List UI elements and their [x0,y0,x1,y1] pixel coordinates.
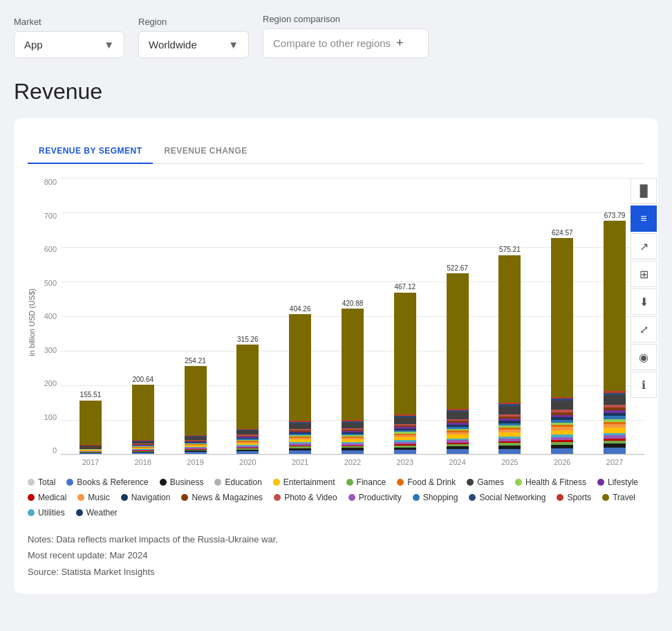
info-icon[interactable]: ℹ [631,372,657,398]
y-tick-200: 200 [44,379,57,387]
legend-dot [397,479,404,486]
bar-stack-2019[interactable] [185,366,207,454]
bar-stack-2024[interactable] [447,273,469,454]
legend-label: Music [88,493,109,502]
legend-item: Utilities [28,508,65,518]
legend-label: Education [225,477,261,487]
tab-revenue-change[interactable]: REVENUE CHANGE [153,139,258,164]
bar-stack-2018[interactable] [132,385,154,454]
bar-segment [551,401,573,410]
tab-bar: REVENUE BY SEGMENT REVENUE CHANGE [28,139,644,164]
legend-label: Health & Fitness [525,477,586,487]
legend-label: Lifestyle [608,477,638,487]
bar-segment [342,423,364,429]
legend-item: Social Networking [469,493,545,502]
y-tick-400: 400 [44,312,57,320]
bar-stack-2023[interactable] [394,292,416,454]
legend-dot [597,479,604,486]
bar-segment [289,450,311,454]
bar-chart-icon[interactable]: ▐▌ [631,178,657,204]
header: Market App ▼ Region Worldwide ▼ Region c… [14,14,658,58]
bar-segment [80,401,102,446]
bar-segment [551,238,573,397]
y-tick-100: 100 [44,413,57,421]
market-value: App [24,39,43,51]
legend-dot [515,479,522,486]
y-tick-500: 500 [44,279,57,287]
bar-stack-2017[interactable] [80,400,102,454]
bar-segment [185,452,207,454]
legend-label: Business [170,477,204,487]
bar-segment [289,423,311,429]
bar-segment [80,453,102,454]
region-field-group: Region Worldwide ▼ [138,17,249,58]
bar-total-2023: 467.12 [394,283,416,291]
legend-item: Food & Drink [397,477,456,487]
tab-revenue-by-segment[interactable]: REVENUE BY SEGMENT [28,139,153,164]
stacked-bar-icon[interactable]: ≡ [631,205,657,232]
legend-label: Medical [38,493,66,502]
legend-dot [28,509,35,516]
bar-group-2021: 404.26 [274,305,326,454]
bar-group-2026: 624.57 [536,229,588,454]
note-line2: Most recent update: Mar 2024 [28,547,644,563]
legend-item: Sports [557,493,591,502]
bar-segment [498,406,521,414]
bar-segment [604,221,626,391]
legend-item: Health & Fitness [515,477,586,487]
download-icon[interactable]: ⬇ [631,289,657,315]
bar-stack-2026[interactable] [551,238,573,454]
bar-total-2027: 673.79 [604,212,626,219]
bar-total-2019: 254.21 [185,357,206,365]
market-label: Market [14,17,124,27]
legend-item: Finance [346,477,386,487]
notes: Notes: Data reflects market impacts of t… [28,531,644,580]
legend-dot [66,479,73,486]
region-dropdown[interactable]: Worldwide ▼ [138,31,249,58]
x-label-2022: 2022 [326,455,379,466]
bar-stack-2025[interactable] [498,255,521,454]
legend-item: Lifestyle [597,477,638,487]
x-label-2024: 2024 [431,455,484,466]
x-label-2019: 2019 [169,455,222,466]
x-labels: 2017201820192020202120222023202420252026… [61,455,644,466]
region-dropdown-arrow: ▼ [228,39,239,51]
page-title: Revenue [14,79,658,104]
expand-icon[interactable]: ⤢ [631,316,657,342]
y-tick-800: 800 [44,178,57,186]
bar-segment [551,448,573,454]
bar-segment [132,385,154,440]
legend-label: Sports [567,493,591,502]
legend-label: Social Networking [479,493,545,502]
legend-dot [28,494,35,501]
x-label-2027: 2027 [588,455,641,466]
legend-dot [214,479,221,486]
line-chart-icon[interactable]: ↗ [631,233,657,259]
legend-item: Medical [28,493,66,502]
legend-item: Travel [602,493,635,502]
bar-total-2026: 624.57 [552,229,573,237]
bar-stack-2021[interactable] [289,314,311,454]
legend-item: News & Magazines [181,493,263,502]
region-value: Worldwide [149,39,197,51]
compare-plus-icon: + [396,36,404,51]
bar-stack-2022[interactable] [342,309,364,454]
chart-card: REVENUE BY SEGMENT REVENUE CHANGE ▐▌ ≡ ↗… [14,118,658,594]
hide-icon[interactable]: ◉ [631,344,657,370]
bar-stack-2020[interactable] [236,345,259,454]
legend-label: Entertainment [283,477,335,487]
bar-segment [498,449,521,454]
bar-segment [342,450,364,454]
legend-item: Total [28,477,55,487]
legend-label: Travel [613,493,635,502]
bar-segment [604,395,626,405]
legend-label: Games [477,477,504,487]
bar-stack-2027[interactable] [604,221,626,454]
compare-button[interactable]: Compare to other regions + [263,28,429,58]
legend-dot [557,494,563,501]
bar-segment [342,309,364,421]
legend-dot [28,479,35,486]
market-dropdown[interactable]: App ▼ [14,31,124,58]
bar-total-2018: 200.64 [132,376,153,383]
grid-icon[interactable]: ⊞ [631,261,657,287]
